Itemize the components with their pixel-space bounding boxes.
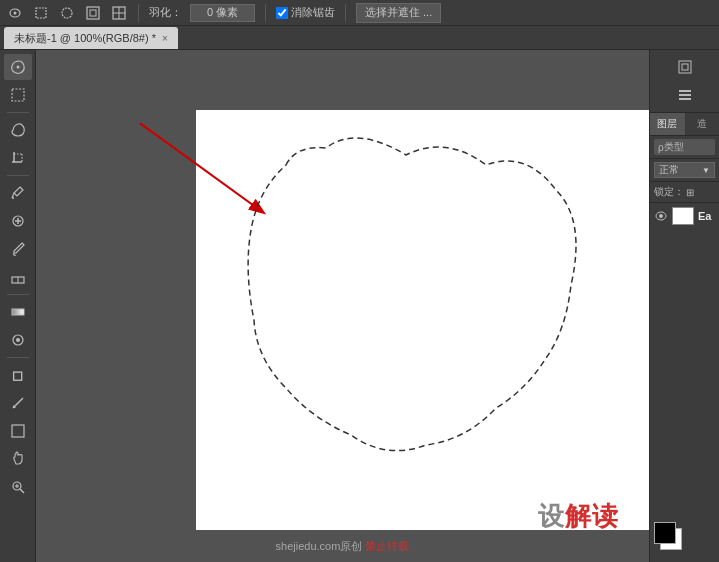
antialiasing-check[interactable]: 消除锯齿 — [276, 5, 335, 20]
svg-rect-4 — [87, 7, 99, 19]
svg-point-3 — [62, 8, 72, 18]
tool-path[interactable] — [4, 390, 32, 416]
blend-mode-label: 正常 — [659, 163, 679, 177]
layer-visibility-icon[interactable] — [654, 211, 668, 221]
marquee-rect-icon[interactable] — [32, 4, 50, 22]
tool-dodge[interactable] — [4, 327, 32, 353]
select-mask-button[interactable]: 选择并遮住 ... — [356, 3, 441, 23]
svg-rect-10 — [12, 89, 24, 101]
toolbar-separator-3 — [345, 4, 346, 22]
top-toolbar: 羽化： 消除锯齿 选择并遮住 ... — [0, 0, 719, 26]
tool-marquee-rect[interactable] — [4, 82, 32, 108]
svg-rect-22 — [12, 309, 24, 315]
right-panel: 图层 造 ρ 类型 正常 ▼ 锁定： ⊞ — [649, 50, 719, 562]
tab-layers[interactable]: 图层 — [650, 113, 685, 135]
svg-rect-2 — [36, 8, 46, 18]
search-type-label: 类型 — [664, 140, 684, 154]
background-color-black — [654, 522, 676, 544]
frame-icon[interactable] — [84, 4, 102, 22]
tab-bar: 未标题-1 @ 100%(RGB/8#) * × — [0, 26, 719, 50]
tab-close-button[interactable]: × — [162, 33, 168, 44]
blend-mode-select[interactable]: 正常 ▼ — [654, 162, 715, 178]
svg-rect-37 — [679, 98, 691, 100]
panel-icon-1[interactable] — [671, 54, 699, 80]
frame2-icon[interactable] — [110, 4, 128, 22]
tool-lasso[interactable] — [4, 54, 32, 80]
svg-point-16 — [12, 197, 14, 199]
layer-name: Ea — [698, 210, 711, 222]
svg-rect-34 — [682, 64, 688, 70]
tool-gradient[interactable] — [4, 299, 32, 325]
feather-label: 羽化： — [149, 5, 182, 20]
svg-line-28 — [20, 489, 24, 493]
layer-item[interactable]: Ea — [650, 203, 719, 229]
tool-lasso2[interactable] — [4, 117, 32, 143]
canvas-area[interactable]: 设解读 shejiedu.com原创 禁止转载 — [36, 50, 649, 562]
svg-point-9 — [16, 66, 19, 69]
tool-separator-4 — [7, 357, 29, 358]
tool-hand[interactable] — [4, 446, 32, 472]
tool-heal[interactable] — [4, 208, 32, 234]
toolbar-separator-2 — [265, 4, 266, 22]
lasso-icon[interactable] — [6, 4, 24, 22]
color-swatches — [654, 522, 694, 556]
toolbar-separator-1 — [138, 4, 139, 22]
main-layout: ◻ — [0, 50, 719, 562]
footer-text: shejiedu.com原创 禁止转载 — [276, 539, 410, 554]
lock-label: 锁定： — [654, 185, 684, 199]
tool-text[interactable]: ◻ — [4, 362, 32, 388]
feather-input[interactable] — [190, 4, 255, 22]
svg-rect-35 — [679, 90, 691, 92]
tool-separator-3 — [7, 294, 29, 295]
tab-properties[interactable]: 造 — [685, 113, 720, 135]
svg-rect-33 — [679, 61, 691, 73]
panel-icon-2[interactable] — [671, 82, 699, 108]
svg-rect-5 — [90, 10, 96, 16]
svg-point-39 — [659, 214, 663, 218]
document-tab[interactable]: 未标题-1 @ 100%(RGB/8#) * × — [4, 27, 178, 49]
lock-icon[interactable]: ⊞ — [686, 187, 694, 198]
tool-brush[interactable] — [4, 236, 32, 262]
blend-chevron-icon: ▼ — [702, 166, 710, 175]
svg-rect-36 — [679, 94, 691, 96]
left-toolbar: ◻ — [0, 50, 36, 562]
tool-separator-1 — [7, 112, 29, 113]
marquee-ellipse-icon[interactable] — [58, 4, 76, 22]
layer-search-bar[interactable]: ρ 类型 — [654, 139, 715, 155]
watermark-red: 解读 — [565, 501, 619, 531]
tab-title: 未标题-1 @ 100%(RGB/8#) * — [14, 31, 156, 46]
text-tool-label: ◻ — [12, 367, 24, 384]
svg-point-1 — [14, 11, 17, 14]
layer-swatch — [672, 207, 694, 225]
tool-eyedropper[interactable] — [4, 180, 32, 206]
tool-separator-2 — [7, 175, 29, 176]
svg-point-24 — [16, 338, 20, 342]
tool-eraser[interactable] — [4, 264, 32, 290]
watermark-gray: 设 — [538, 501, 565, 531]
tool-shape[interactable] — [4, 418, 32, 444]
svg-rect-26 — [12, 425, 24, 437]
footer-red: 禁止转载 — [365, 540, 409, 552]
watermark: 设解读 — [538, 499, 619, 534]
canvas-document — [196, 110, 649, 530]
tool-zoom[interactable] — [4, 474, 32, 500]
footer-normal: shejiedu.com原创 — [276, 540, 366, 552]
tool-crop[interactable] — [4, 145, 32, 171]
